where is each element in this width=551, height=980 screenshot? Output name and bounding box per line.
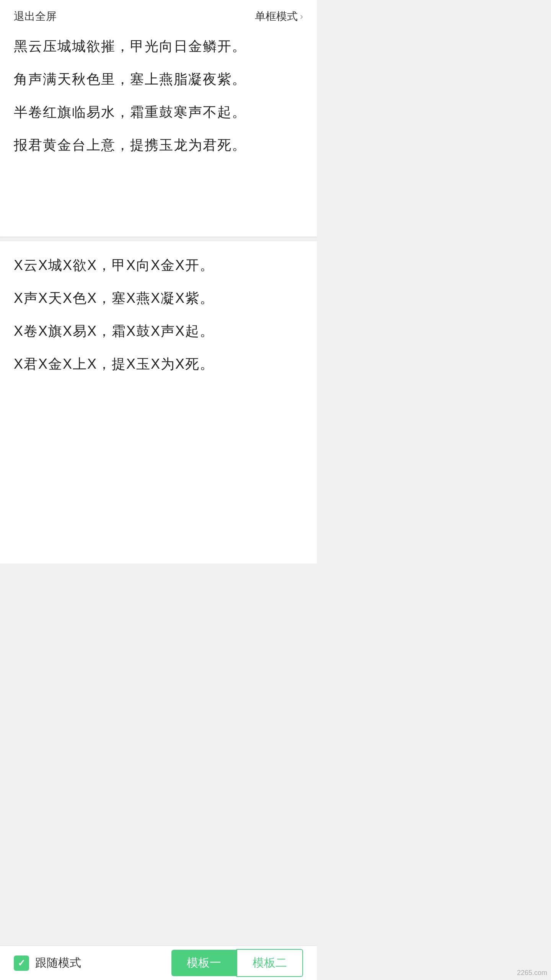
poem-line-3: 半卷红旗临易水，霜重鼓寒声不起。	[14, 102, 303, 122]
masked-poem-content: X云X城X欲X，甲X向X金X开。 X声X天X色X，塞X燕X凝X紫。 X卷X旗X易…	[14, 255, 303, 374]
poem-line-4: 报君黄金台上意，提携玉龙为君死。	[14, 135, 303, 155]
poem-line-1: 黑云压城城欲摧，甲光向日金鳞开。	[14, 36, 303, 57]
top-bar: 退出全屏 单框模式 ›	[14, 9, 303, 24]
chevron-right-icon: ›	[300, 11, 303, 22]
top-panel: 退出全屏 单框模式 › 黑云压城城欲摧，甲光向日金鳞开。 角声满天秋色里，塞上燕…	[0, 0, 317, 237]
bottom-panel: X云X城X欲X，甲X向X金X开。 X声X天X色X，塞X燕X凝X紫。 X卷X旗X易…	[0, 241, 317, 564]
masked-poem-line-2: X声X天X色X，塞X燕X凝X紫。	[14, 288, 303, 309]
masked-poem-line-1: X云X城X欲X，甲X向X金X开。	[14, 255, 303, 276]
poem-line-2: 角声满天秋色里，塞上燕脂凝夜紫。	[14, 69, 303, 90]
masked-poem-line-4: X君X金X上X，提X玉X为X死。	[14, 354, 303, 374]
single-frame-mode-button[interactable]: 单框模式 ›	[255, 9, 303, 24]
single-frame-mode-label: 单框模式	[255, 9, 298, 24]
original-poem-content: 黑云压城城欲摧，甲光向日金鳞开。 角声满天秋色里，塞上燕脂凝夜紫。 半卷红旗临易…	[14, 36, 303, 227]
masked-poem-line-3: X卷X旗X易X，霜X鼓X声X起。	[14, 321, 303, 341]
exit-fullscreen-button[interactable]: 退出全屏	[14, 9, 57, 24]
